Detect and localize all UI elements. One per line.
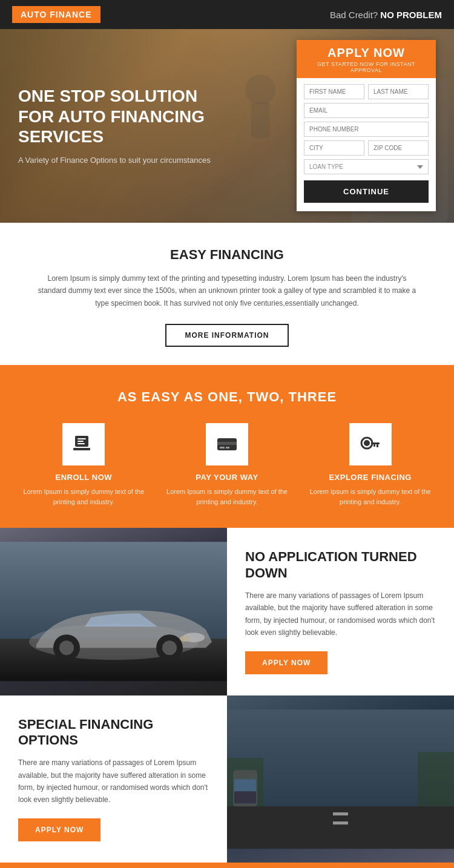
- name-row: [304, 84, 429, 99]
- loan-type-select[interactable]: LOAN TYPE Auto Loan Personal Loan Refina…: [304, 159, 429, 174]
- site-header: AUTO FINANCE Bad Credit? NO PROBLEM: [0, 0, 454, 29]
- svg-rect-12: [226, 447, 229, 449]
- first-name-input[interactable]: [304, 84, 364, 99]
- car1-svg: [0, 528, 227, 695]
- apply-form-card: APPLY NOW GET STARTED NOW FOR INSTANT AP…: [297, 40, 436, 211]
- svg-point-26: [162, 640, 177, 655]
- more-information-button[interactable]: MORE INFORMATION: [165, 324, 288, 347]
- steps-row: ENROLL NOW Lorem Ipsum is simply dummy t…: [18, 423, 436, 507]
- continue-button[interactable]: CONTINUE: [304, 180, 429, 203]
- no-application-section: NO APPLICATION TURNED DOWN There are man…: [0, 528, 454, 695]
- svg-rect-11: [220, 447, 225, 449]
- steps-section: AS EASY AS ONE, TWO, THREE ENROLL NOW Lo…: [0, 365, 454, 528]
- no-application-heading: NO APPLICATION TURNED DOWN: [245, 549, 436, 581]
- car2-image: [227, 695, 454, 863]
- form-card-header: APPLY NOW GET STARTED NOW FOR INSTANT AP…: [297, 40, 436, 78]
- svg-rect-32: [333, 821, 348, 824]
- svg-rect-15: [371, 442, 380, 444]
- easy-financing-heading: EASY FINANCING: [36, 247, 418, 263]
- phone-row: [304, 122, 429, 137]
- key-icon: [358, 432, 383, 456]
- city-input[interactable]: [304, 140, 364, 156]
- special-financing-apply-button[interactable]: APPLY NOW: [18, 818, 100, 841]
- no-application-content: NO APPLICATION TURNED DOWN There are man…: [227, 528, 454, 695]
- hero-section: ONE STOP SOLUTION FOR AUTO FINANCING SER…: [0, 29, 454, 223]
- city-zip-row: [304, 140, 429, 156]
- svg-rect-8: [77, 443, 85, 444]
- form-body: LOAN TYPE Auto Loan Personal Loan Refina…: [297, 78, 436, 180]
- svg-rect-31: [333, 812, 348, 815]
- svg-point-2: [245, 74, 275, 105]
- special-financing-content: SPECIAL FINANCING OPTIONS There are many…: [0, 695, 227, 863]
- explore-icon-box: [349, 423, 392, 465]
- hero-text-block: ONE STOP SOLUTION FOR AUTO FINANCING SER…: [18, 86, 224, 166]
- email-input[interactable]: [304, 103, 429, 118]
- special-financing-body: There are many variations of passages of…: [18, 757, 209, 806]
- enroll-icon: [71, 432, 96, 456]
- svg-rect-17: [373, 444, 375, 447]
- step-explore: EXPLORE FINACING Lorem Ipsum is simply d…: [304, 423, 436, 507]
- hero-subtext: A Variety of Finance Options to suit you…: [18, 154, 224, 166]
- svg-rect-5: [73, 448, 90, 450]
- tagline-normal: Bad Credit?: [330, 10, 380, 20]
- svg-rect-6: [77, 438, 86, 439]
- svg-rect-35: [234, 791, 256, 803]
- step-enroll: ENROLL NOW Lorem Ipsum is simply dummy t…: [18, 423, 150, 507]
- step-explore-desc: Lorem Ipsum is simply dummy text of the …: [304, 487, 436, 507]
- last-name-input[interactable]: [368, 84, 429, 99]
- hero-heading: ONE STOP SOLUTION FOR AUTO FINANCING SER…: [18, 86, 224, 147]
- form-title: APPLY NOW: [303, 46, 430, 60]
- car2-svg: [227, 695, 454, 863]
- step-explore-title: EXPLORE FINACING: [304, 473, 436, 482]
- enroll-icon-box: [62, 423, 105, 465]
- svg-point-24: [59, 640, 74, 655]
- special-financing-heading: SPECIAL FINANCING OPTIONS: [18, 717, 209, 749]
- step-pay-title: PAY YOUR WAY: [162, 473, 293, 482]
- testimonials-section: " All the Lorem Ipsum generators on the …: [0, 863, 454, 868]
- pay-icon: [215, 432, 239, 456]
- email-row: [304, 103, 429, 118]
- phone-input[interactable]: [304, 122, 429, 137]
- brand-label: AUTO FINANCE: [12, 6, 100, 23]
- step-enroll-desc: Lorem Ipsum is simply dummy text of the …: [18, 487, 150, 507]
- step-pay-desc: Lorem Ipsum is simply dummy text of the …: [162, 487, 293, 507]
- svg-rect-3: [251, 102, 269, 138]
- special-financing-section: SPECIAL FINANCING OPTIONS There are many…: [0, 695, 454, 863]
- no-application-body: There are many variations of passages of…: [245, 590, 436, 639]
- pay-icon-box: [206, 423, 248, 465]
- zip-input[interactable]: [368, 140, 429, 156]
- steps-heading: AS EASY AS ONE, TWO, THREE: [18, 389, 436, 405]
- no-application-apply-button[interactable]: APPLY NOW: [245, 651, 327, 674]
- header-tagline: Bad Credit? NO PROBLEM: [330, 10, 442, 20]
- svg-rect-16: [377, 444, 378, 447]
- easy-financing-section: EASY FINANCING Lorem Ipsum is simply dum…: [0, 223, 454, 365]
- step-pay: PAY YOUR WAY Lorem Ipsum is simply dummy…: [162, 423, 293, 507]
- easy-financing-body: Lorem Ipsum is simply dummy text of the …: [36, 272, 418, 309]
- step-enroll-title: ENROLL NOW: [18, 473, 150, 482]
- tagline-bold: NO PROBLEM: [380, 10, 442, 20]
- svg-point-14: [364, 440, 370, 446]
- form-subtitle: GET STARTED NOW FOR INSTANT APPROVAL: [303, 61, 430, 73]
- car1-image: [0, 528, 227, 695]
- svg-rect-10: [217, 442, 237, 445]
- svg-rect-7: [77, 441, 84, 442]
